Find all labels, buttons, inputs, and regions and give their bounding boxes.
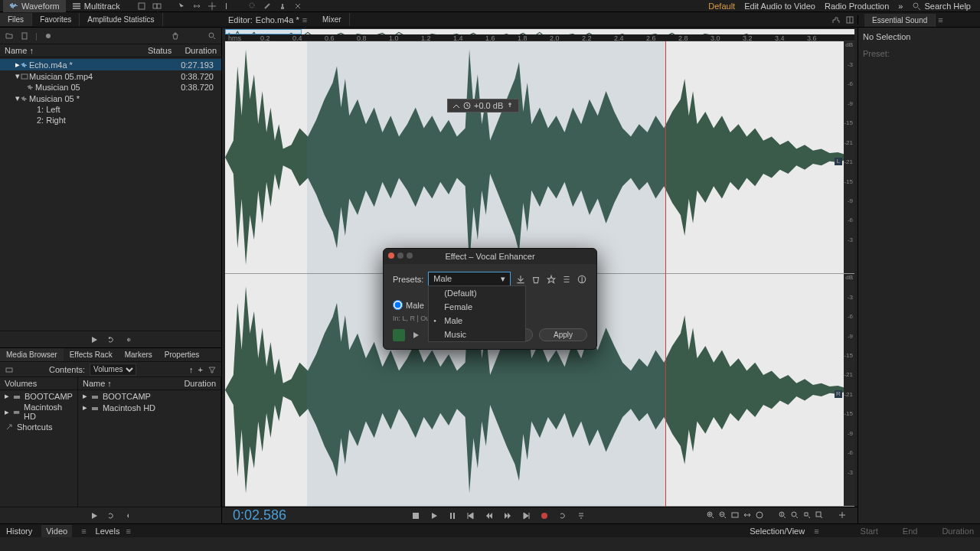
tab-essential-sound[interactable]: Essential Sound: [864, 14, 936, 27]
forward-button[interactable]: [501, 509, 514, 523]
workspace-edit-audio[interactable]: Edit Audio to Video: [744, 2, 815, 11]
tab-history[interactable]: History: [6, 527, 32, 536]
file-row[interactable]: ▾ Musician 05 *: [0, 93, 221, 104]
loop-button[interactable]: [556, 509, 570, 523]
filter-search-icon[interactable]: [207, 31, 217, 41]
stop-button[interactable]: [409, 509, 423, 523]
drive-row[interactable]: ▸ BOOTCAMP: [0, 390, 77, 402]
auto-play-icon[interactable]: [123, 335, 132, 344]
mb-add-icon[interactable]: +: [198, 365, 203, 374]
panel-menu-icon[interactable]: ≡: [126, 527, 130, 536]
tool-1[interactable]: [136, 0, 148, 12]
dialog-titlebar[interactable]: Effect – Vocal Enhancer: [384, 249, 596, 264]
favorite-icon[interactable]: [546, 274, 557, 285]
layout-toggle-icon[interactable]: [845, 15, 854, 24]
overview-waveform[interactable]: [225, 29, 854, 34]
close-window-icon[interactable]: [388, 253, 394, 259]
tool-stamp[interactable]: [276, 0, 289, 12]
play-icon[interactable]: [90, 335, 99, 344]
gain-hud[interactable]: +0.0 dB: [447, 99, 519, 112]
multitrack-mode-tab[interactable]: Multitrack: [66, 0, 126, 12]
rewind-button[interactable]: [482, 509, 496, 523]
spectral-toggle-icon[interactable]: [831, 15, 841, 24]
record-button[interactable]: [537, 509, 551, 523]
drive-row[interactable]: ▸ Macintosh HD: [78, 402, 220, 413]
preset-option-female[interactable]: Female: [429, 300, 525, 314]
tab-video[interactable]: Video: [41, 525, 72, 537]
editor-filename[interactable]: Echo.m4a *: [256, 15, 299, 24]
mb-filter-icon[interactable]: [207, 365, 217, 374]
shortcuts-row[interactable]: Shortcuts: [0, 422, 77, 432]
preset-select[interactable]: Male ▾: [428, 272, 511, 286]
zoom-full-icon[interactable]: [755, 510, 764, 521]
timeline-ruler[interactable]: hms0.20.40.60.81.01.21.41.61.82.02.22.42…: [225, 34, 854, 41]
radio-male[interactable]: Male: [393, 300, 424, 310]
play-icon[interactable]: [90, 511, 99, 520]
waveform-mode-tab[interactable]: Waveform: [3, 0, 66, 12]
tab-mixer[interactable]: Mixer: [315, 13, 349, 26]
tool-lasso[interactable]: [246, 0, 258, 12]
drive-icon[interactable]: [5, 365, 14, 374]
auto-play-icon[interactable]: [123, 511, 132, 520]
save-preset-icon[interactable]: [515, 274, 526, 285]
zoom-out-v-icon[interactable]: [790, 510, 799, 521]
zoom-in-icon[interactable]: [706, 510, 715, 521]
tool-heal[interactable]: [292, 0, 304, 12]
pause-button[interactable]: [446, 509, 459, 523]
loop-icon[interactable]: [106, 511, 116, 520]
contents-select[interactable]: Volumes: [90, 364, 136, 376]
preview-play-icon[interactable]: [411, 331, 420, 340]
drive-row[interactable]: ▸ Macintosh HD: [0, 402, 77, 422]
tab-media-browser[interactable]: Media Browser: [0, 348, 64, 361]
editor-menu-icon[interactable]: ≡: [302, 15, 307, 24]
file-row[interactable]: ▾ Musician 05.mp40:38.720: [0, 70, 221, 82]
tool-cursor[interactable]: [175, 0, 188, 12]
file-row[interactable]: Musician 050:38.720: [0, 82, 221, 93]
settings-icon[interactable]: [561, 274, 572, 285]
workspace-default[interactable]: Default: [708, 2, 735, 11]
mb-up-icon[interactable]: ↑: [189, 365, 194, 374]
preset-option-music[interactable]: Music: [429, 328, 525, 341]
preset-option-default[interactable]: (Default): [429, 286, 525, 300]
tab-markers[interactable]: Markers: [119, 348, 158, 361]
tool-text[interactable]: I: [221, 0, 234, 12]
col-name[interactable]: Name ↑: [5, 46, 148, 55]
play-button[interactable]: [427, 509, 441, 523]
skip-button[interactable]: [574, 509, 588, 523]
zoom-fit-icon[interactable]: [730, 510, 740, 521]
tab-selection-view[interactable]: Selection/View: [750, 527, 805, 536]
file-row[interactable]: ▸ Echo.m4a *0:27.193: [0, 59, 221, 70]
maximize-window-icon[interactable]: [407, 253, 413, 259]
current-time[interactable]: 0:02.586: [233, 507, 286, 523]
tab-effects-rack[interactable]: Effects Rack: [64, 348, 119, 361]
apply-button[interactable]: Apply: [539, 328, 587, 341]
drive-row[interactable]: ▸ BOOTCAMP: [78, 390, 220, 402]
tab-favorites[interactable]: Favorites: [32, 13, 80, 26]
panel-menu-icon[interactable]: ≡: [938, 15, 942, 24]
zoom-sel-icon[interactable]: [743, 510, 752, 521]
tool-range[interactable]: [191, 0, 203, 12]
file-row[interactable]: 2: Right: [0, 115, 221, 126]
power-toggle[interactable]: [393, 329, 405, 341]
tool-move[interactable]: [206, 0, 218, 12]
panel-menu-icon[interactable]: ≡: [81, 527, 86, 536]
col-duration[interactable]: Duration: [178, 46, 217, 55]
open-file-icon[interactable]: [5, 31, 14, 41]
new-file-icon[interactable]: [20, 31, 29, 41]
search-help[interactable]: Search Help: [912, 2, 971, 11]
minimize-window-icon[interactable]: [397, 253, 403, 259]
workspace-expand-icon[interactable]: »: [898, 2, 903, 11]
go-start-button[interactable]: [464, 509, 478, 523]
delete-preset-icon[interactable]: [531, 274, 541, 285]
panel-menu-icon[interactable]: ≡: [814, 527, 818, 536]
loop-icon[interactable]: [106, 335, 116, 344]
tab-properties[interactable]: Properties: [158, 348, 206, 361]
trash-icon[interactable]: [171, 31, 180, 41]
tab-files[interactable]: Files: [0, 13, 32, 26]
preset-option-male[interactable]: Male: [429, 314, 525, 328]
tool-brush[interactable]: [261, 0, 273, 12]
record-icon[interactable]: [44, 31, 53, 41]
zoom-reset-icon[interactable]: [838, 510, 847, 521]
zoom-out-h-icon[interactable]: [815, 510, 824, 521]
zoom-in-v-icon[interactable]: [778, 510, 787, 521]
